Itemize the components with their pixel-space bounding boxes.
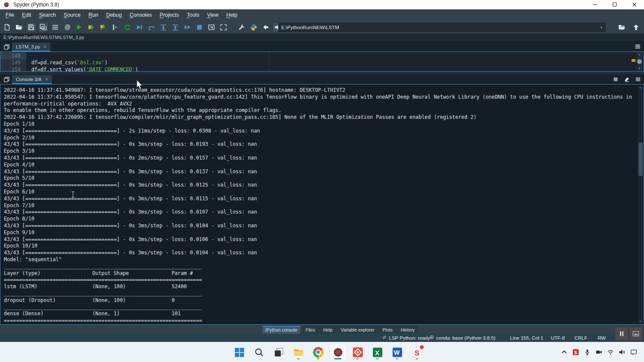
pane-tab-variable-explorer[interactable]: Variable explorer: [337, 326, 378, 334]
console-scroll-thumb[interactable]: [638, 142, 643, 176]
close-icon[interactable]: ×: [45, 76, 48, 82]
step-into-button[interactable]: [158, 22, 169, 32]
volume-icon[interactable]: [619, 349, 626, 356]
run-cell-button[interactable]: [86, 22, 97, 32]
pane-tab-help[interactable]: Help: [320, 326, 336, 334]
taskbar-file-explorer-button[interactable]: [290, 344, 307, 360]
parent-directory-button[interactable]: [631, 22, 641, 32]
pane-tab-plots[interactable]: Plots: [379, 326, 396, 334]
close-icon[interactable]: ×: [43, 44, 46, 50]
minimize-button[interactable]: [585, 0, 605, 9]
browse-tabs-button[interactable]: [2, 42, 11, 51]
file-switcher-button[interactable]: [50, 22, 61, 32]
pane-tabs: IPython consoleFilesHelpVariable explore…: [262, 326, 418, 334]
menu-tools[interactable]: Tools: [183, 12, 203, 18]
taskbar-start-button[interactable]: [231, 344, 247, 360]
interrupt-kernel-button[interactable]: [611, 75, 620, 83]
menu-view[interactable]: View: [203, 12, 222, 18]
console-toolbar: [611, 75, 642, 83]
rerun-cell-button[interactable]: [122, 22, 133, 32]
tray-s-app-icon[interactable]: S: [572, 349, 579, 356]
menu-projects[interactable]: Projects: [156, 12, 183, 18]
menu-source[interactable]: Source: [60, 12, 85, 18]
console-scrollbar[interactable]: ▲ ▼: [637, 85, 643, 324]
menu-bar: FileEditSearchSourceRunDebugConsolesProj…: [0, 9, 644, 21]
scroll-down-icon[interactable]: ▼: [638, 66, 641, 71]
console-line: ========================================…: [4, 317, 202, 324]
editor-scrollbar[interactable]: ▲ ▼: [636, 52, 643, 71]
microphone-icon[interactable]: [584, 349, 591, 356]
taskbar-spyder-button[interactable]: [330, 344, 346, 360]
save-file-button[interactable]: [26, 22, 36, 32]
continue-execution-button[interactable]: [182, 22, 193, 32]
console-line: 43/43 [==============================] -…: [4, 182, 257, 189]
chevron-down-icon[interactable]: ▾: [600, 25, 602, 30]
run-file-button[interactable]: [74, 22, 85, 32]
menu-search[interactable]: Search: [35, 12, 60, 18]
pane-tab-history[interactable]: History: [397, 326, 418, 334]
menu-help[interactable]: Help: [222, 12, 241, 18]
working-directory-input[interactable]: E:\PythonRun\NEW\LSTM ▾: [278, 23, 605, 32]
save-all-button[interactable]: [38, 22, 49, 32]
menu-file[interactable]: File: [2, 12, 18, 18]
browse-consoles-button[interactable]: [2, 75, 11, 84]
pane-tab-files[interactable]: Files: [302, 326, 319, 334]
step-over-button[interactable]: [146, 22, 157, 32]
maximize-pane-button[interactable]: [206, 22, 217, 32]
preferences-button[interactable]: [236, 22, 247, 32]
maximize-button[interactable]: [605, 0, 624, 9]
browse-directory-button[interactable]: [617, 22, 627, 32]
scroll-down-icon[interactable]: ▼: [638, 320, 643, 323]
taskbar-search-button[interactable]: [251, 344, 267, 360]
taskbar-quicker-button[interactable]: [349, 344, 366, 360]
scroll-up-icon[interactable]: ▲: [638, 86, 643, 89]
ipython-console-output[interactable]: ▲ ▼ 2022-04-16 11:37:41.949887: I tensor…: [0, 84, 644, 325]
run-cell-advance-button[interactable]: [98, 22, 109, 32]
console-line: Epoch 1/10: [4, 121, 34, 128]
menu-debug[interactable]: Debug: [102, 12, 126, 18]
editor-tab[interactable]: LSTM_3.py ×: [12, 42, 50, 51]
close-button[interactable]: [624, 0, 644, 9]
pause-recording-button[interactable]: [615, 327, 628, 340]
taskbar-task-view-button[interactable]: [270, 344, 287, 360]
fullscreen-mode-button[interactable]: [218, 22, 229, 32]
scroll-up-icon[interactable]: ▲: [638, 52, 641, 57]
console-line: ________________________________________…: [4, 304, 202, 311]
pane-tab-ipython-console[interactable]: IPython console: [262, 326, 301, 334]
python-path-manager-button[interactable]: [248, 22, 259, 32]
console-line: 43/43 [==============================] -…: [4, 236, 257, 243]
camera-icon[interactable]: [595, 349, 602, 356]
screenshot-button[interactable]: [629, 327, 642, 340]
wifi-icon[interactable]: [607, 349, 614, 356]
taskbar-chrome-button[interactable]: [310, 344, 326, 360]
back-button[interactable]: [260, 22, 271, 32]
breadcrumb: E:\PythonRun\NEW\LSTM\LSTM_3.py: [0, 33, 644, 42]
taskbar-screentogif-button[interactable]: S: [409, 344, 425, 360]
editor-scroll-thumb[interactable]: [637, 59, 642, 64]
menu-consoles[interactable]: Consoles: [126, 12, 156, 18]
code-line: df=pd.read_csv('bsl.csv'): [31, 60, 108, 66]
step-out-button[interactable]: [170, 22, 181, 32]
console-line: Epoch 8/10: [4, 216, 34, 223]
taskbar-word-button[interactable]: W: [389, 344, 405, 360]
menu-edit[interactable]: Edit: [18, 12, 35, 18]
editor-options-menu-button[interactable]: [633, 43, 642, 50]
debug-file-button[interactable]: [134, 22, 145, 32]
new-file-button[interactable]: [2, 22, 12, 32]
console-options-menu-button[interactable]: [634, 75, 642, 83]
stop-debug-button[interactable]: [194, 22, 205, 32]
find-symbols-button[interactable]: @: [62, 22, 73, 32]
open-file-button[interactable]: [14, 22, 24, 32]
menu-run[interactable]: Run: [85, 12, 102, 18]
run-selection-button[interactable]: [110, 22, 121, 32]
taskbar-excel-button[interactable]: X: [369, 344, 386, 360]
notifications-icon[interactable]: [630, 349, 637, 356]
svg-text:S: S: [574, 350, 577, 355]
console-line: 43/43 [==============================] -…: [4, 196, 257, 202]
tray-chevron-icon[interactable]: [561, 349, 568, 356]
line-number-gutter: 148149150: [0, 52, 26, 71]
code-editor[interactable]: 148149150 ▲ ▼ df=pd.read_csv('bsl.csv')d…: [0, 51, 644, 72]
console-tab[interactable]: Console 3/A ×: [12, 75, 52, 84]
remove-variables-button[interactable]: [623, 75, 631, 83]
notification-badge: [419, 345, 424, 350]
